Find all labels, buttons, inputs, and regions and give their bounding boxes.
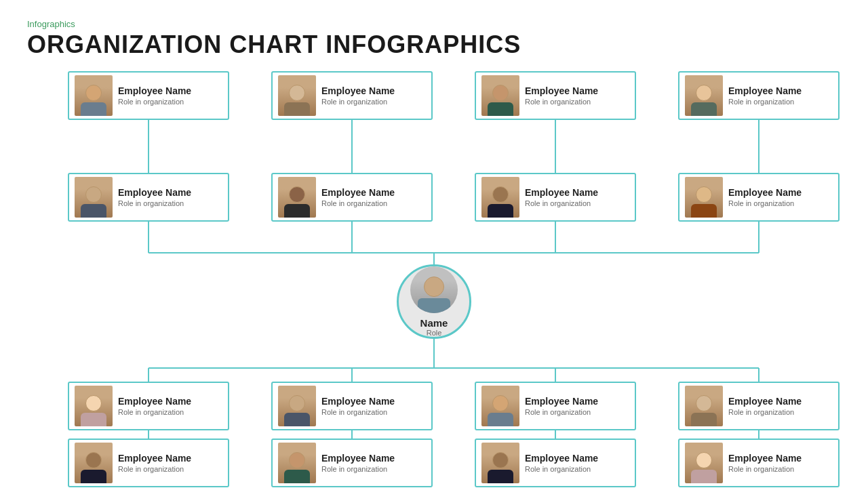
avatar: [278, 75, 316, 116]
emp-role: Role in organization: [525, 199, 629, 207]
emp-info: Employee Name Role in organization: [525, 396, 629, 417]
emp-card-bot4b: Employee Name Role in organization: [678, 439, 840, 487]
emp-role: Role in organization: [525, 465, 629, 473]
emp-name: Employee Name: [728, 187, 833, 199]
emp-name: Employee Name: [525, 396, 629, 407]
emp-info: Employee Name Role in organization: [525, 187, 629, 208]
emp-card-bot2b: Employee Name Role in organization: [271, 439, 433, 487]
page: Infographics ORGANIZATION CHART INFOGRAP…: [0, 0, 868, 488]
emp-info: Employee Name Role in organization: [728, 85, 833, 106]
emp-role: Role in organization: [118, 408, 222, 416]
center-role: Role: [427, 329, 442, 337]
avatar: [481, 177, 519, 218]
center-name: Name: [420, 317, 448, 329]
emp-name: Employee Name: [321, 396, 426, 407]
emp-role: Role in organization: [118, 98, 222, 106]
emp-card-top1a: Employee Name Role in organization: [68, 71, 229, 120]
emp-role: Role in organization: [728, 465, 833, 473]
avatar: [278, 443, 316, 483]
emp-role: Role in organization: [728, 98, 833, 106]
emp-name: Employee Name: [728, 396, 833, 407]
emp-card-bot4a: Employee Name Role in organization: [678, 382, 840, 430]
emp-info: Employee Name Role in organization: [728, 453, 833, 474]
emp-role: Role in organization: [525, 98, 629, 106]
emp-name: Employee Name: [118, 85, 222, 97]
avatar: [685, 443, 723, 483]
avatar: [685, 75, 723, 116]
emp-info: Employee Name Role in organization: [728, 396, 833, 417]
avatar: [75, 386, 113, 426]
avatar: [278, 386, 316, 426]
emp-role: Role in organization: [728, 199, 833, 207]
emp-info: Employee Name Role in organization: [321, 453, 426, 474]
emp-name: Employee Name: [525, 85, 629, 97]
emp-info: Employee Name Role in organization: [118, 85, 222, 106]
emp-role: Role in organization: [728, 408, 833, 416]
emp-name: Employee Name: [525, 187, 629, 199]
emp-role: Role in organization: [118, 199, 222, 207]
emp-name: Employee Name: [321, 187, 426, 199]
emp-info: Employee Name Role in organization: [525, 453, 629, 474]
emp-card-top1b: Employee Name Role in organization: [68, 173, 229, 222]
emp-name: Employee Name: [525, 453, 629, 464]
emp-info: Employee Name Role in organization: [525, 85, 629, 106]
avatar: [75, 443, 113, 483]
avatar: [75, 75, 113, 116]
emp-card-bot1a: Employee Name Role in organization: [68, 382, 229, 430]
emp-info: Employee Name Role in organization: [118, 453, 222, 474]
infographics-label: Infographics: [27, 19, 841, 29]
avatar: [481, 386, 519, 426]
emp-name: Employee Name: [321, 85, 426, 97]
avatar: [481, 443, 519, 483]
emp-card-bot2a: Employee Name Role in organization: [271, 382, 433, 430]
emp-info: Employee Name Role in organization: [321, 85, 426, 106]
emp-role: Role in organization: [118, 465, 222, 473]
emp-card-top3a: Employee Name Role in organization: [475, 71, 636, 120]
emp-name: Employee Name: [118, 396, 222, 407]
emp-card-top3b: Employee Name Role in organization: [475, 173, 636, 222]
avatar: [685, 386, 723, 426]
emp-role: Role in organization: [321, 199, 426, 207]
emp-card-top2b: Employee Name Role in organization: [271, 173, 433, 222]
emp-role: Role in organization: [321, 98, 426, 106]
emp-role: Role in organization: [321, 408, 426, 416]
emp-card-bot3b: Employee Name Role in organization: [475, 439, 636, 487]
emp-name: Employee Name: [728, 453, 833, 464]
page-title: ORGANIZATION CHART INFOGRAPHICS: [27, 30, 841, 59]
emp-role: Role in organization: [321, 465, 426, 473]
center-node: Name Role: [397, 264, 471, 339]
avatar: [685, 177, 723, 218]
emp-name: Employee Name: [728, 85, 833, 97]
avatar: [278, 177, 316, 218]
emp-card-top4b: Employee Name Role in organization: [678, 173, 840, 222]
emp-info: Employee Name Role in organization: [321, 396, 426, 417]
emp-info: Employee Name Role in organization: [118, 187, 222, 208]
avatar: [75, 177, 113, 218]
emp-card-top4a: Employee Name Role in organization: [678, 71, 840, 120]
emp-info: Employee Name Role in organization: [321, 187, 426, 208]
emp-info: Employee Name Role in organization: [118, 396, 222, 417]
emp-card-bot1b: Employee Name Role in organization: [68, 439, 229, 487]
emp-name: Employee Name: [321, 453, 426, 464]
emp-info: Employee Name Role in organization: [728, 187, 833, 208]
emp-card-bot3a: Employee Name Role in organization: [475, 382, 636, 430]
avatar: [481, 75, 519, 116]
emp-card-top2a: Employee Name Role in organization: [271, 71, 433, 120]
org-chart: Employee Name Role in organization Emplo…: [27, 71, 841, 451]
emp-name: Employee Name: [118, 187, 222, 199]
emp-role: Role in organization: [525, 408, 629, 416]
emp-name: Employee Name: [118, 453, 222, 464]
